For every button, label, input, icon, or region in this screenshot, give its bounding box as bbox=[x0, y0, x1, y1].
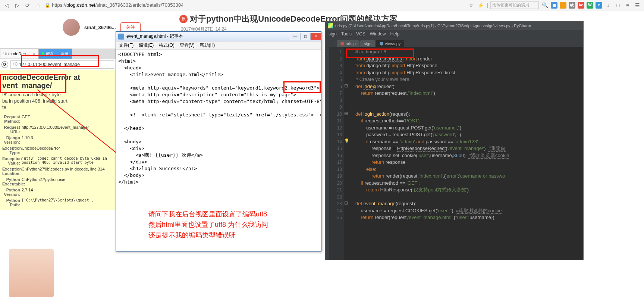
gutter-bg bbox=[326, 47, 329, 260]
gutter-icons: ⊟ ⊟ 💡 ⊟ bbox=[344, 49, 351, 207]
follow-button[interactable]: 关注 bbox=[120, 22, 141, 32]
pycharm-icon bbox=[328, 23, 333, 28]
menu-item[interactable]: sign bbox=[329, 31, 337, 37]
lines-icon[interactable]: ≡ bbox=[624, 1, 631, 9]
reload-icon[interactable]: ⟳ bbox=[24, 1, 31, 9]
menu-item[interactable]: Window bbox=[370, 31, 386, 37]
editor-tab-active[interactable]: views.py bbox=[376, 40, 404, 47]
ext-icon[interactable]: 軟 bbox=[569, 2, 575, 9]
intention-bulb-icon[interactable]: 💡 bbox=[344, 138, 349, 146]
editor-tab[interactable]: urls.p bbox=[337, 40, 359, 47]
browser-tab[interactable]: 藏在...系统 bbox=[39, 49, 72, 59]
separator: | bbox=[487, 3, 488, 8]
menu-item[interactable]: Tools bbox=[341, 31, 352, 37]
menu-view[interactable]: 查看(V) bbox=[180, 42, 195, 49]
notepad-icon bbox=[118, 34, 124, 40]
error-browser-window: UnicodeDec...× 藏在...系统 ⟳ ⓘ 127.0.0.1:800… bbox=[0, 49, 116, 257]
back-icon[interactable]: ◁ bbox=[3, 1, 10, 9]
menu-item[interactable]: VCS bbox=[356, 31, 365, 37]
restore-icon[interactable]: □ bbox=[614, 1, 622, 9]
original-badge: 原 bbox=[179, 15, 188, 23]
minimize-button[interactable]: — bbox=[290, 33, 300, 40]
menu-file[interactable]: 文件(F) bbox=[119, 42, 133, 49]
ext-icon[interactable]: ▦ bbox=[551, 2, 557, 9]
close-button[interactable]: ✕ bbox=[311, 33, 321, 40]
forward-icon[interactable]: ▷ bbox=[13, 1, 21, 9]
error-heading: nicodeDecodeError at vent_manage/ bbox=[2, 73, 113, 90]
menu-icon[interactable]: ☰ bbox=[634, 1, 641, 9]
annotation-text: 请问下我在后台视图里面设置了编码utf8 然后html里面也设置了utf8 为什… bbox=[148, 209, 268, 240]
ext-icon[interactable]: ↓ bbox=[560, 2, 566, 9]
pycharm-titlebar[interactable]: urls.py [C:\Users\admin\AppData\Local\Te… bbox=[326, 22, 583, 30]
error-message: f8' codec can't decode byte ba in positi… bbox=[2, 92, 113, 111]
home-icon[interactable]: ⌂ bbox=[34, 1, 42, 9]
star-icon[interactable]: ☆ bbox=[468, 1, 475, 9]
lightning-icon[interactable]: ⚡ bbox=[477, 1, 485, 9]
menu-format[interactable]: 格式(O) bbox=[159, 42, 174, 49]
url-bar[interactable]: 🔒 https://blog.csdn.net/sinat_36796332/a… bbox=[45, 2, 183, 8]
editor-tab[interactable]: sign bbox=[360, 40, 375, 47]
ext-icon[interactable]: Ao bbox=[578, 2, 584, 9]
pycharm-menubar: sign Tools VCS Window Help bbox=[326, 30, 583, 38]
browser-tab-bar: UnicodeDec...× 藏在...系统 bbox=[0, 49, 116, 59]
line-gutter: 1234567891011121314151617181920212223242… bbox=[329, 47, 344, 260]
maximize-button[interactable]: □ bbox=[300, 33, 311, 40]
address-bar: ⟳ ⓘ 127.0.0.1:8000/event_manage bbox=[0, 59, 116, 70]
notepad-menubar: 文件(F) 编辑(E) 格式(O) 查看(V) 帮助(H) bbox=[116, 41, 321, 50]
pycharm-title-text: urls.py [C:\Users\admin\AppData\Local\Te… bbox=[335, 24, 531, 28]
avatar[interactable] bbox=[63, 19, 80, 36]
code-content[interactable]: # coding=utf-8 from django.shortcuts imp… bbox=[344, 47, 509, 260]
search-box[interactable]: 比传销更可怕的骗局 bbox=[490, 1, 539, 9]
notepad-titlebar[interactable]: event_manage.html - 记事本 — □ ✕ bbox=[116, 32, 321, 41]
toolbar-right: ☆ ⚡ | 比传销更可怕的骗局 🔍 ▦ ↓ 軟 Ao W e ↓ □ ≡ ☰ bbox=[468, 1, 641, 9]
notepad-title: event_manage.html - 记事本 bbox=[126, 33, 183, 40]
reload-icon[interactable]: ⟳ bbox=[1, 61, 8, 68]
menu-help[interactable]: 帮助(H) bbox=[200, 42, 215, 49]
error-details-table: Request Method:GET Request URL:http://12… bbox=[2, 114, 113, 208]
image-snippet bbox=[9, 249, 54, 297]
browser-top-toolbar: ◁ ▷ ⟳ ⌂ 🔒 https://blog.csdn.net/sinat_36… bbox=[0, 0, 644, 10]
url-field[interactable]: ⓘ 127.0.0.1:8000/event_manage bbox=[10, 60, 114, 69]
menu-item[interactable]: Help bbox=[390, 31, 399, 37]
ext-icon[interactable]: e bbox=[596, 2, 602, 9]
lock-icon: 🔒 bbox=[45, 3, 50, 8]
ext-icon[interactable]: W bbox=[587, 2, 593, 9]
download-icon[interactable]: ↓ bbox=[604, 1, 612, 9]
code-editor[interactable]: 1234567891011121314151617181920212223242… bbox=[329, 47, 583, 260]
url-text: https://blog.csdn.net/sinat_36796332/art… bbox=[52, 2, 183, 8]
menu-edit[interactable]: 编辑(E) bbox=[139, 42, 154, 49]
search-icon[interactable]: 🔍 bbox=[541, 1, 549, 9]
browser-tab[interactable]: UnicodeDec...× bbox=[0, 49, 39, 59]
editor-tabs: urls.p sign views.py bbox=[326, 38, 583, 47]
author-name[interactable]: sinat_36796... bbox=[84, 25, 116, 30]
django-error-page: nicodeDecodeError at vent_manage/ f8' co… bbox=[0, 70, 116, 210]
pycharm-window: urls.py [C:\Users\admin\AppData\Local\Te… bbox=[325, 21, 584, 260]
